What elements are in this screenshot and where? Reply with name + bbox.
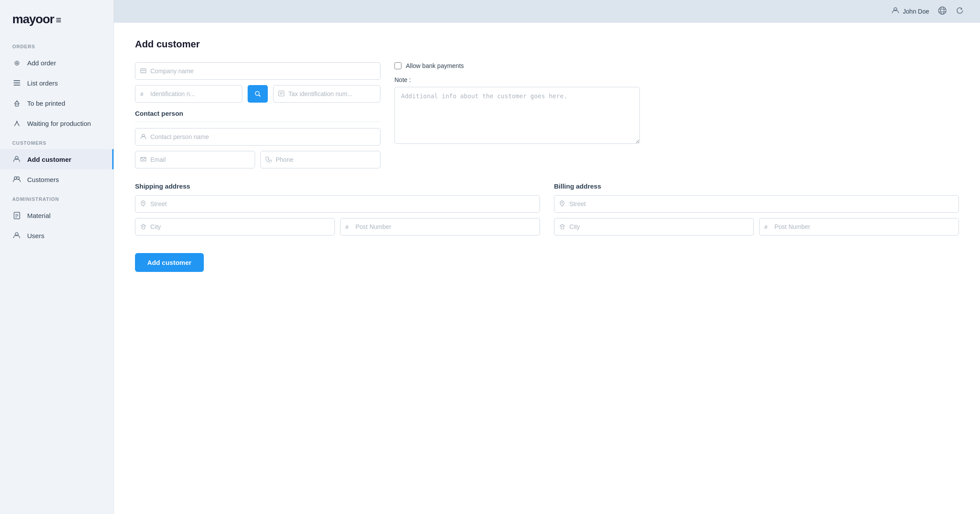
shipping-post-input[interactable]: [340, 218, 540, 236]
shipping-city-row: #: [135, 218, 540, 236]
sidebar-item-label: To be printed: [27, 100, 65, 107]
tax-id-input[interactable]: [273, 85, 380, 103]
billing-title: Billing address: [554, 182, 959, 190]
contact-name-input[interactable]: [135, 128, 380, 146]
sidebar-item-label: Add customer: [27, 156, 71, 163]
id-row: #: [135, 85, 380, 103]
tax-id-group: [273, 85, 380, 103]
svg-rect-1: [14, 82, 20, 83]
sidebar-item-add-order[interactable]: ⊕ Add order: [0, 53, 114, 73]
sidebar-item-label: Material: [27, 212, 50, 219]
user-icon: [891, 7, 899, 16]
form-top-section: # Contact person: [135, 62, 959, 174]
sidebar-item-list-orders[interactable]: List orders: [0, 73, 114, 93]
billing-street-group: [554, 195, 959, 213]
billing-address-col: Billing address: [554, 182, 959, 241]
svg-line-24: [259, 95, 261, 97]
svg-rect-2: [14, 85, 20, 86]
print-icon: [12, 99, 21, 107]
main-area: John Doe Add customer: [114, 0, 980, 514]
shipping-city-group: [135, 218, 335, 236]
email-group: [135, 151, 255, 168]
address-section: Shipping address: [135, 182, 959, 241]
svg-rect-0: [14, 80, 20, 81]
form-right: Allow bank payments Note :: [394, 62, 640, 174]
svg-point-4: [16, 121, 18, 122]
shipping-street-group: [135, 195, 540, 213]
phone-group: [260, 151, 380, 168]
phone-input[interactable]: [260, 151, 380, 168]
sidebar-item-label: Users: [27, 232, 44, 239]
svg-rect-3: [15, 104, 18, 106]
contact-divider: [135, 121, 380, 122]
add-customer-button[interactable]: Add customer: [135, 253, 204, 272]
add-order-icon: ⊕: [12, 58, 21, 67]
bank-payments-checkbox[interactable]: [394, 62, 401, 69]
svg-point-23: [256, 92, 259, 96]
svg-point-15: [941, 7, 944, 14]
refresh-icon[interactable]: [955, 6, 964, 17]
sidebar-item-waiting-production[interactable]: Waiting for production: [0, 113, 114, 133]
shipping-street-row: [135, 195, 540, 213]
form-left: # Contact person: [135, 62, 380, 174]
section-customers-label: CUSTOMERS: [0, 133, 114, 149]
topbar: John Doe: [114, 0, 980, 23]
billing-street-input[interactable]: [554, 195, 959, 213]
email-input[interactable]: [135, 151, 255, 168]
sidebar: mayoor≡ ORDERS ⊕ Add order List orders T…: [0, 0, 114, 514]
page-title: Add customer: [135, 39, 959, 50]
billing-street-row: [554, 195, 959, 213]
user-name: John Doe: [903, 8, 929, 15]
contact-name-group: [135, 128, 380, 146]
app-logo: mayoor≡: [12, 12, 61, 26]
shipping-post-group: #: [340, 218, 540, 236]
sidebar-item-to-be-printed[interactable]: To be printed: [0, 93, 114, 113]
add-customer-icon: [12, 155, 21, 164]
sidebar-item-users[interactable]: Users: [0, 225, 114, 246]
customers-icon: [12, 175, 21, 184]
billing-city-row: #: [554, 218, 959, 236]
shipping-street-input[interactable]: [135, 195, 540, 213]
users-icon: [12, 231, 21, 240]
waiting-icon: [12, 119, 21, 128]
bank-payments-label[interactable]: Allow bank payments: [406, 62, 464, 69]
identification-group: #: [135, 85, 242, 103]
user-info: John Doe: [891, 7, 929, 16]
section-admin-label: ADMINISTRATION: [0, 189, 114, 205]
email-phone-row: [135, 151, 380, 168]
logo-area: mayoor≡: [0, 0, 114, 37]
sidebar-item-customers[interactable]: Customers: [0, 169, 114, 189]
contact-section-title: Contact person: [135, 110, 380, 117]
company-name-group: [135, 62, 380, 80]
sidebar-item-label: Add order: [27, 59, 56, 67]
billing-post-input[interactable]: [759, 218, 959, 236]
note-textarea[interactable]: [394, 87, 640, 144]
sidebar-item-label: Waiting for production: [27, 120, 91, 127]
note-label: Note :: [394, 76, 640, 83]
company-name-input[interactable]: [135, 62, 380, 80]
billing-post-group: #: [759, 218, 959, 236]
bank-payments-row: Allow bank payments: [394, 62, 640, 69]
shipping-title: Shipping address: [135, 182, 540, 190]
contact-name-row: [135, 128, 380, 146]
company-name-row: [135, 62, 380, 80]
billing-city-input[interactable]: [554, 218, 754, 236]
sidebar-item-label: List orders: [27, 79, 58, 87]
globe-icon[interactable]: [938, 6, 947, 17]
section-orders-label: ORDERS: [0, 37, 114, 53]
shipping-city-input[interactable]: [135, 218, 335, 236]
identification-input[interactable]: [135, 85, 242, 103]
material-icon: [12, 211, 21, 220]
list-orders-icon: [12, 79, 21, 87]
search-button[interactable]: [248, 85, 268, 103]
page-content: Add customer #: [114, 23, 980, 514]
sidebar-item-material[interactable]: Material: [0, 205, 114, 225]
sidebar-item-add-customer[interactable]: Add customer: [0, 149, 114, 169]
svg-point-14: [939, 7, 946, 14]
address-columns: Shipping address: [135, 182, 959, 241]
shipping-address-col: Shipping address: [135, 182, 540, 241]
sidebar-item-label: Customers: [27, 176, 59, 183]
billing-city-group: [554, 218, 754, 236]
